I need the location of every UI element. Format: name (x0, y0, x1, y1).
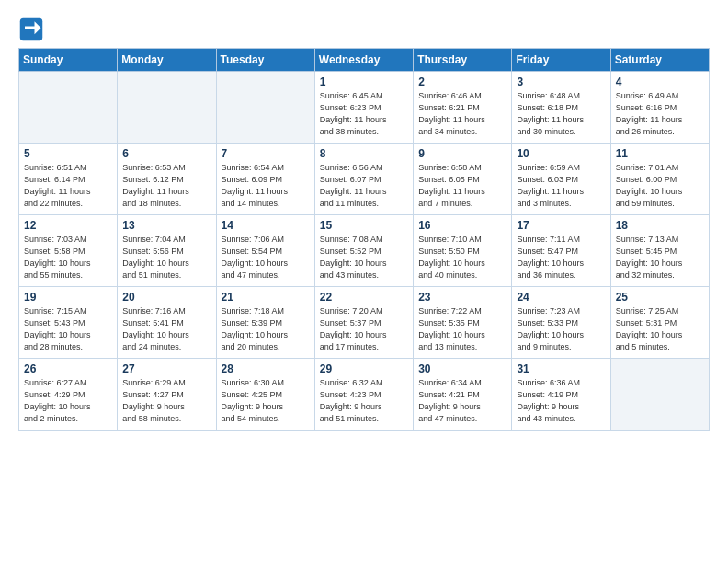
calendar-cell: 31Sunrise: 6:36 AM Sunset: 4:19 PM Dayli… (512, 359, 610, 431)
calendar-cell (118, 72, 216, 144)
day-number: 1 (320, 75, 408, 88)
day-number: 7 (222, 147, 310, 160)
weekday-header-monday: Monday (118, 49, 216, 72)
calendar-cell: 19Sunrise: 7:15 AM Sunset: 5:43 PM Dayli… (19, 287, 118, 359)
calendar-cell: 30Sunrise: 6:34 AM Sunset: 4:21 PM Dayli… (414, 359, 512, 431)
page: SundayMondayTuesdayWednesdayThursdayFrid… (0, 0, 728, 440)
calendar-week-row: 1Sunrise: 6:45 AM Sunset: 6:23 PM Daylig… (19, 72, 710, 144)
weekday-header-wednesday: Wednesday (314, 49, 413, 72)
weekday-header-sunday: Sunday (19, 49, 118, 72)
calendar-cell: 7Sunrise: 6:54 AM Sunset: 6:09 PM Daylig… (216, 144, 314, 215)
calendar-week-row: 12Sunrise: 7:03 AM Sunset: 5:58 PM Dayli… (19, 215, 710, 287)
day-number: 28 (222, 362, 310, 375)
header (18, 17, 710, 42)
calendar-cell: 4Sunrise: 6:49 AM Sunset: 6:16 PM Daylig… (610, 72, 709, 144)
day-number: 2 (418, 75, 506, 88)
calendar-cell: 12Sunrise: 7:03 AM Sunset: 5:58 PM Dayli… (19, 215, 118, 287)
day-info: Sunrise: 6:29 AM Sunset: 4:27 PM Dayligh… (122, 377, 210, 425)
day-number: 15 (320, 219, 408, 232)
day-info: Sunrise: 6:34 AM Sunset: 4:21 PM Dayligh… (418, 377, 506, 425)
calendar-cell: 1Sunrise: 6:45 AM Sunset: 6:23 PM Daylig… (314, 72, 413, 144)
calendar-cell: 9Sunrise: 6:58 AM Sunset: 6:05 PM Daylig… (414, 144, 512, 215)
day-info: Sunrise: 7:13 AM Sunset: 5:45 PM Dayligh… (616, 234, 704, 282)
day-info: Sunrise: 6:27 AM Sunset: 4:29 PM Dayligh… (24, 377, 112, 425)
day-number: 12 (24, 219, 112, 232)
day-info: Sunrise: 6:51 AM Sunset: 6:14 PM Dayligh… (24, 162, 112, 210)
day-number: 26 (24, 362, 112, 375)
calendar-cell: 15Sunrise: 7:08 AM Sunset: 5:52 PM Dayli… (314, 215, 413, 287)
day-number: 30 (418, 362, 506, 375)
calendar-cell: 16Sunrise: 7:10 AM Sunset: 5:50 PM Dayli… (414, 215, 512, 287)
day-number: 22 (320, 291, 408, 304)
logo-icon (18, 17, 44, 42)
day-number: 8 (320, 147, 408, 160)
day-info: Sunrise: 6:48 AM Sunset: 6:18 PM Dayligh… (517, 90, 605, 138)
calendar-cell (216, 72, 314, 144)
day-number: 31 (517, 362, 605, 375)
calendar-cell: 22Sunrise: 7:20 AM Sunset: 5:37 PM Dayli… (314, 287, 413, 359)
day-info: Sunrise: 7:18 AM Sunset: 5:39 PM Dayligh… (222, 305, 310, 353)
day-number: 6 (122, 147, 210, 160)
day-number: 17 (517, 219, 605, 232)
calendar-cell: 28Sunrise: 6:30 AM Sunset: 4:25 PM Dayli… (216, 359, 314, 431)
day-number: 9 (418, 147, 506, 160)
day-info: Sunrise: 6:45 AM Sunset: 6:23 PM Dayligh… (320, 90, 408, 138)
day-info: Sunrise: 7:23 AM Sunset: 5:33 PM Dayligh… (517, 305, 605, 353)
calendar-cell: 21Sunrise: 7:18 AM Sunset: 5:39 PM Dayli… (216, 287, 314, 359)
day-number: 14 (222, 219, 310, 232)
day-number: 11 (616, 147, 704, 160)
day-number: 24 (517, 291, 605, 304)
day-number: 16 (418, 219, 506, 232)
calendar-cell: 3Sunrise: 6:48 AM Sunset: 6:18 PM Daylig… (512, 72, 610, 144)
calendar-cell: 13Sunrise: 7:04 AM Sunset: 5:56 PM Dayli… (118, 215, 216, 287)
day-info: Sunrise: 6:36 AM Sunset: 4:19 PM Dayligh… (517, 377, 605, 425)
day-info: Sunrise: 7:06 AM Sunset: 5:54 PM Dayligh… (222, 234, 310, 282)
day-info: Sunrise: 7:25 AM Sunset: 5:31 PM Dayligh… (616, 305, 704, 353)
calendar-week-row: 5Sunrise: 6:51 AM Sunset: 6:14 PM Daylig… (19, 144, 710, 215)
day-info: Sunrise: 7:04 AM Sunset: 5:56 PM Dayligh… (122, 234, 210, 282)
logo (18, 17, 48, 42)
calendar-cell: 23Sunrise: 7:22 AM Sunset: 5:35 PM Dayli… (414, 287, 512, 359)
day-info: Sunrise: 7:15 AM Sunset: 5:43 PM Dayligh… (24, 305, 112, 353)
calendar-cell: 25Sunrise: 7:25 AM Sunset: 5:31 PM Dayli… (610, 287, 709, 359)
calendar-cell: 27Sunrise: 6:29 AM Sunset: 4:27 PM Dayli… (118, 359, 216, 431)
day-number: 5 (24, 147, 112, 160)
day-info: Sunrise: 6:54 AM Sunset: 6:09 PM Dayligh… (222, 162, 310, 210)
calendar-cell (610, 359, 709, 431)
calendar-cell: 10Sunrise: 6:59 AM Sunset: 6:03 PM Dayli… (512, 144, 610, 215)
calendar-cell: 20Sunrise: 7:16 AM Sunset: 5:41 PM Dayli… (118, 287, 216, 359)
day-number: 27 (122, 362, 210, 375)
day-number: 21 (222, 291, 310, 304)
calendar-cell: 2Sunrise: 6:46 AM Sunset: 6:21 PM Daylig… (414, 72, 512, 144)
day-number: 4 (616, 75, 704, 88)
day-info: Sunrise: 6:30 AM Sunset: 4:25 PM Dayligh… (222, 377, 310, 425)
day-info: Sunrise: 7:10 AM Sunset: 5:50 PM Dayligh… (418, 234, 506, 282)
day-info: Sunrise: 7:11 AM Sunset: 5:47 PM Dayligh… (517, 234, 605, 282)
calendar-table: SundayMondayTuesdayWednesdayThursdayFrid… (18, 48, 710, 431)
day-number: 25 (616, 291, 704, 304)
calendar-cell: 6Sunrise: 6:53 AM Sunset: 6:12 PM Daylig… (118, 144, 216, 215)
day-number: 10 (517, 147, 605, 160)
calendar-cell: 26Sunrise: 6:27 AM Sunset: 4:29 PM Dayli… (19, 359, 118, 431)
day-info: Sunrise: 7:08 AM Sunset: 5:52 PM Dayligh… (320, 234, 408, 282)
day-info: Sunrise: 6:53 AM Sunset: 6:12 PM Dayligh… (122, 162, 210, 210)
calendar-cell: 29Sunrise: 6:32 AM Sunset: 4:23 PM Dayli… (314, 359, 413, 431)
weekday-header-row: SundayMondayTuesdayWednesdayThursdayFrid… (19, 49, 710, 72)
calendar-cell: 24Sunrise: 7:23 AM Sunset: 5:33 PM Dayli… (512, 287, 610, 359)
calendar-cell: 5Sunrise: 6:51 AM Sunset: 6:14 PM Daylig… (19, 144, 118, 215)
weekday-header-tuesday: Tuesday (216, 49, 314, 72)
calendar-cell: 14Sunrise: 7:06 AM Sunset: 5:54 PM Dayli… (216, 215, 314, 287)
day-info: Sunrise: 6:32 AM Sunset: 4:23 PM Dayligh… (320, 377, 408, 425)
calendar-body: 1Sunrise: 6:45 AM Sunset: 6:23 PM Daylig… (19, 72, 710, 431)
day-info: Sunrise: 6:56 AM Sunset: 6:07 PM Dayligh… (320, 162, 408, 210)
day-number: 19 (24, 291, 112, 304)
day-info: Sunrise: 6:46 AM Sunset: 6:21 PM Dayligh… (418, 90, 506, 138)
weekday-header-friday: Friday (512, 49, 610, 72)
day-number: 13 (122, 219, 210, 232)
day-number: 3 (517, 75, 605, 88)
calendar-cell: 18Sunrise: 7:13 AM Sunset: 5:45 PM Dayli… (610, 215, 709, 287)
day-info: Sunrise: 7:03 AM Sunset: 5:58 PM Dayligh… (24, 234, 112, 282)
calendar-week-row: 19Sunrise: 7:15 AM Sunset: 5:43 PM Dayli… (19, 287, 710, 359)
day-info: Sunrise: 7:01 AM Sunset: 6:00 PM Dayligh… (616, 162, 704, 210)
weekday-header-saturday: Saturday (610, 49, 709, 72)
